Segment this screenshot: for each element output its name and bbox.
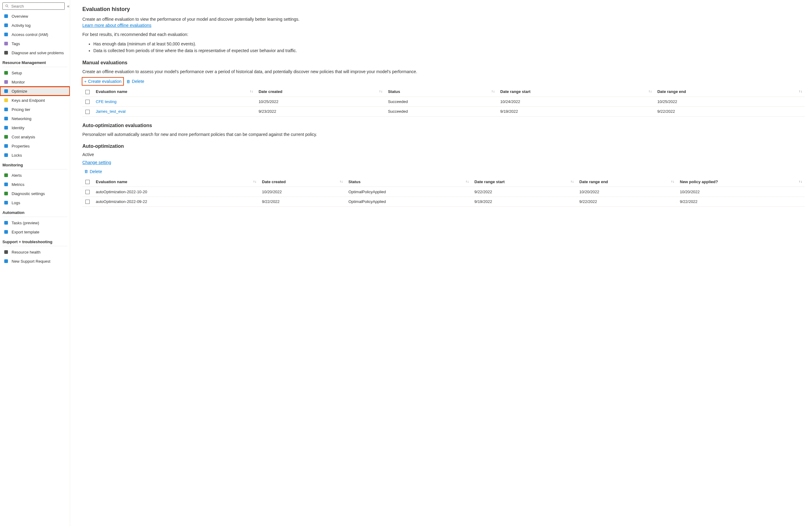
sort-icon[interactable]: ↑↓ [465,180,469,183]
column-header[interactable]: Date created↑↓ [256,87,385,96]
svg-rect-14 [4,135,8,139]
select-all-checkbox[interactable] [85,90,90,94]
nav-icon [4,32,9,37]
svg-rect-13 [4,126,8,130]
row-checkbox[interactable] [85,190,90,194]
table-cell: autoOptimization-2022-10-20 [93,187,259,197]
nav-icon [4,125,9,130]
table-cell: Succeeded [385,96,497,107]
sidebar-item-resource-health[interactable]: Resource health [0,247,70,257]
sidebar-item-label: Resource health [12,250,41,254]
sort-icon[interactable]: ↑↓ [649,89,652,93]
svg-rect-15 [4,144,8,148]
sidebar-item-label: Tasks (preview) [12,221,39,225]
svg-rect-10 [4,99,8,102]
sidebar-item-setup[interactable]: Setup [0,68,70,77]
svg-point-0 [6,5,8,7]
sort-icon[interactable]: ↑↓ [671,180,675,183]
svg-rect-22 [4,230,8,234]
sidebar-item-locks[interactable]: Locks [0,151,70,160]
sidebar-item-export-template[interactable]: Export template [0,227,70,237]
sidebar-item-logs[interactable]: Logs [0,198,70,207]
nav-icon [4,41,9,46]
svg-rect-16 [4,153,8,157]
column-header[interactable]: Date created↑↓ [259,177,346,187]
column-header[interactable]: Status↑↓ [345,177,471,187]
nav-icon [4,50,9,55]
sidebar-item-metrics[interactable]: Metrics [0,180,70,189]
svg-rect-19 [4,192,8,195]
sidebar-section-title: Resource Management [2,57,68,67]
sidebar-item-overview[interactable]: Overview [0,12,70,21]
search-box[interactable] [2,2,65,10]
evaluation-link[interactable]: CFE testing [96,99,117,104]
column-header[interactable]: New policy applied?↑↓ [677,177,805,187]
sidebar-item-identity[interactable]: Identity [0,123,70,132]
column-header[interactable]: Evaluation name↑↓ [93,87,256,96]
sort-icon[interactable]: ↑↓ [339,180,343,183]
sort-icon[interactable]: ↑↓ [253,180,257,183]
sidebar-item-label: Keys and Endpoint [12,98,45,103]
svg-rect-2 [4,14,8,18]
column-header[interactable]: Date range start↑↓ [497,87,654,96]
nav-icon [4,14,9,19]
search-input[interactable] [11,4,62,9]
column-header[interactable]: Date range end↑↓ [654,87,805,96]
sidebar-item-label: Export template [12,230,39,234]
table-cell: 10/20/2022 [677,187,805,197]
autoeval-title: Auto-optimization evaluations [82,123,805,128]
sort-icon[interactable]: ↑↓ [491,89,495,93]
sidebar-item-diagnose-and-solve-problems[interactable]: Diagnose and solve problems [0,48,70,57]
sidebar-item-activity-log[interactable]: Activity log [0,21,70,30]
row-checkbox[interactable] [85,200,90,204]
sort-icon[interactable]: ↑↓ [379,89,382,93]
manual-desc: Create an offline evaluation to assess y… [82,69,805,75]
evaluation-link[interactable]: James_test_eval [96,109,126,114]
row-checkbox[interactable] [85,100,90,104]
svg-rect-20 [4,201,8,205]
search-icon [4,4,10,9]
sidebar-item-alerts[interactable]: Alerts [0,171,70,180]
table-cell: Succeeded [385,107,497,117]
recommend-bullet: Data is collected from periods of time w… [93,47,805,54]
column-header[interactable]: Evaluation name↑↓ [93,177,259,187]
sidebar-item-optimize[interactable]: Optimize [0,87,70,96]
sort-icon[interactable]: ↑↓ [570,180,574,183]
column-header[interactable]: Date range end↑↓ [576,177,677,187]
delete-autoopt-button[interactable]: 🗑 Delete [82,168,104,175]
svg-rect-23 [4,250,8,254]
sidebar-item-pricing-tier[interactable]: Pricing tier [0,105,70,114]
table-row: CFE testing10/25/2022Succeeded10/24/2022… [82,96,805,107]
sidebar-item-tags[interactable]: Tags [0,39,70,48]
column-header[interactable]: Date range start↑↓ [471,177,576,187]
change-setting-link[interactable]: Change setting [82,160,111,165]
svg-rect-8 [4,80,8,84]
select-all-checkbox[interactable] [85,180,90,184]
create-evaluation-button[interactable]: + Create evaluation [82,78,123,85]
sidebar-item-properties[interactable]: Properties [0,141,70,151]
sidebar-item-cost-analysis[interactable]: Cost analysis [0,132,70,141]
table-cell: 10/20/2022 [576,187,677,197]
delete-manual-button[interactable]: 🗑 Delete [125,78,146,85]
svg-rect-12 [4,117,8,120]
learn-more-link[interactable]: Learn more about offline evaluations [82,23,151,28]
sidebar-item-diagnostic-settings[interactable]: Diagnostic settings [0,189,70,198]
recommend-bullet: Has enough data (minimum of at least 50,… [93,41,805,47]
sidebar-item-new-support-request[interactable]: New Support Request [0,257,70,266]
row-checkbox[interactable] [85,110,90,114]
sidebar-item-networking[interactable]: Networking [0,114,70,123]
sidebar-item-keys-and-endpoint[interactable]: Keys and Endpoint [0,96,70,105]
collapse-sidebar-icon[interactable]: « [67,3,70,9]
autoopt-status: Active [82,152,805,157]
column-header[interactable]: Status↑↓ [385,87,497,96]
sort-icon[interactable]: ↑↓ [799,180,802,183]
table-cell: 10/25/2022 [654,96,805,107]
sidebar-section-title: Automation [2,207,68,217]
sort-icon[interactable]: ↑↓ [250,89,253,93]
sidebar-item-label: Activity log [12,23,30,28]
sidebar-item-label: Overview [12,14,28,19]
sort-icon[interactable]: ↑↓ [799,89,802,93]
sidebar-item-tasks-preview-[interactable]: Tasks (preview) [0,218,70,227]
sidebar-item-access-control-iam-[interactable]: Access control (IAM) [0,30,70,39]
sidebar-item-monitor[interactable]: Monitor [0,77,70,87]
